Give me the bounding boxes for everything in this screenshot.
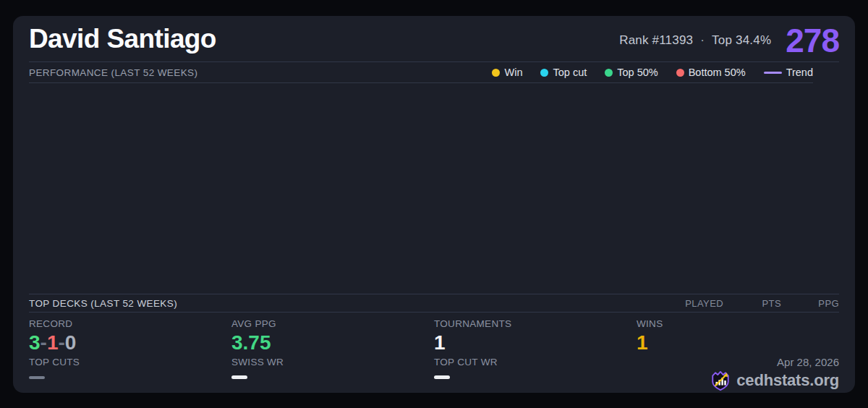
legend-label-win: Win bbox=[504, 67, 522, 78]
legend-item-trend: Trend bbox=[764, 67, 813, 78]
stat-value-wins: 1 bbox=[637, 332, 839, 354]
stat-top-cuts: TOP CUTS bbox=[29, 357, 231, 391]
card-footer: Apr 28, 2026 cedhstats.org bbox=[637, 357, 839, 391]
stat-wins: WINS 1 bbox=[637, 318, 839, 357]
legend-item-bottom-50: Bottom 50% bbox=[676, 67, 746, 78]
stat-value-tournaments: 1 bbox=[434, 332, 637, 354]
record-losses: 1 bbox=[47, 331, 59, 354]
stat-tournaments: TOURNAMENTS 1 bbox=[434, 318, 637, 357]
player-name: David Santiago bbox=[29, 24, 216, 54]
performance-header-row: PERFORMANCE (LAST 52 WEEKS) Win Top cut … bbox=[29, 62, 813, 83]
top-cut-dot-icon bbox=[540, 69, 548, 77]
card-header: David Santiago Rank #11393 · Top 34.4% 2… bbox=[29, 16, 839, 62]
record-separator: - bbox=[41, 331, 47, 354]
stat-top-cut-wr: TOP CUT WR bbox=[434, 357, 637, 391]
stat-value-record: 3-1-0 bbox=[29, 332, 231, 354]
column-header-ppg: PPG bbox=[781, 298, 839, 309]
column-header-played: PLAYED bbox=[665, 298, 723, 309]
stat-label-top-cut-wr: TOP CUT WR bbox=[434, 357, 637, 368]
stat-avg-ppg: AVG PPG 3.75 bbox=[231, 318, 434, 357]
trend-line-icon bbox=[764, 72, 782, 74]
stat-label-record: RECORD bbox=[29, 318, 231, 330]
stat-label-wins: WINS bbox=[637, 318, 839, 330]
legend-item-win: Win bbox=[492, 67, 522, 78]
rank-summary: Rank #11393 · Top 34.4% 278 bbox=[619, 21, 839, 57]
report-date: Apr 28, 2026 bbox=[777, 357, 839, 368]
brand-name: cedhstats.org bbox=[736, 371, 839, 390]
legend-label-trend: Trend bbox=[786, 67, 813, 78]
shield-chart-arrow-icon bbox=[710, 370, 731, 391]
stat-label-avg-ppg: AVG PPG bbox=[231, 318, 434, 330]
record-draws: 0 bbox=[65, 331, 77, 354]
stat-label-tournaments: TOURNAMENTS bbox=[434, 318, 637, 330]
topdecks-column-headers: PLAYED PTS PPG bbox=[665, 298, 839, 309]
win-dot-icon bbox=[492, 69, 500, 77]
stat-value-top-cuts-dash bbox=[29, 376, 45, 379]
legend-item-top-cut: Top cut bbox=[540, 67, 587, 78]
stat-value-swiss-wr-dash bbox=[231, 375, 247, 379]
legend-label-bottom-50: Bottom 50% bbox=[689, 67, 746, 78]
bottom-50-dot-icon bbox=[676, 69, 684, 77]
topdecks-header-row: TOP DECKS (LAST 52 WEEKS) PLAYED PTS PPG bbox=[29, 294, 839, 313]
percentile-text: Top 34.4% bbox=[712, 33, 771, 48]
stat-record: RECORD 3-1-0 bbox=[29, 318, 231, 357]
stat-value-top-cut-wr-dash bbox=[434, 375, 450, 379]
performance-chart-area bbox=[13, 83, 855, 294]
rank-text: Rank #11393 bbox=[619, 33, 693, 48]
record-wins: 3 bbox=[29, 331, 41, 354]
brand-row: cedhstats.org bbox=[710, 370, 839, 391]
stat-swiss-wr: SWISS WR bbox=[231, 357, 434, 391]
record-separator: - bbox=[58, 331, 64, 354]
stat-label-swiss-wr: SWISS WR bbox=[231, 357, 434, 368]
performance-section-title: PERFORMANCE (LAST 52 WEEKS) bbox=[29, 67, 197, 78]
column-header-pts: PTS bbox=[723, 298, 781, 309]
topdecks-section-title: TOP DECKS (LAST 52 WEEKS) bbox=[29, 298, 177, 309]
rank-separator: · bbox=[700, 33, 705, 48]
legend-label-top-50: Top 50% bbox=[617, 67, 658, 78]
stats-grid: RECORD 3-1-0 AVG PPG 3.75 TOURNAMENTS 1 … bbox=[13, 313, 855, 391]
top-50-dot-icon bbox=[605, 69, 613, 77]
player-stats-card: David Santiago Rank #11393 · Top 34.4% 2… bbox=[13, 16, 855, 393]
legend-item-top-50: Top 50% bbox=[605, 67, 658, 78]
legend-label-top-cut: Top cut bbox=[553, 67, 587, 78]
stat-label-top-cuts: TOP CUTS bbox=[29, 357, 231, 368]
points-value: 278 bbox=[786, 24, 839, 57]
stat-value-avg-ppg: 3.75 bbox=[231, 332, 434, 354]
chart-legend: Win Top cut Top 50% Bottom 50% Trend bbox=[492, 67, 813, 78]
